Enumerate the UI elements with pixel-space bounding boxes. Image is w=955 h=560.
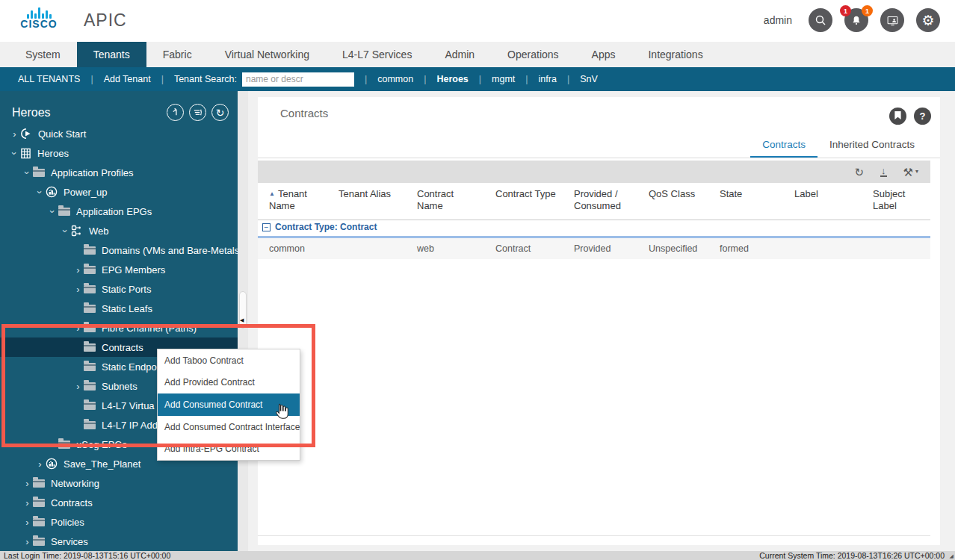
tree-item-static-leafs[interactable]: › Static Leafs [0, 299, 238, 318]
warning-alert-badge[interactable]: 1 [862, 5, 873, 16]
column-header-state[interactable]: State [710, 183, 785, 220]
tree-item-networking[interactable]: › Networking [0, 473, 238, 493]
pane-splitter[interactable]: ◀ [238, 91, 248, 551]
tree-item-power-up[interactable]: › Power_up [0, 182, 238, 202]
chevron-down-icon[interactable]: › [22, 167, 32, 178]
chevron-right-icon[interactable]: › [72, 284, 84, 294]
table-row[interactable]: common web Contract Provided Unspecified… [258, 238, 930, 259]
resize-grip-icon[interactable]: ◢ [950, 553, 954, 559]
tree-item-fibre-channel-paths[interactable]: › Fibre Channel (Paths) [0, 318, 238, 337]
folder-icon [84, 285, 96, 293]
tab-system[interactable]: System [9, 42, 77, 67]
collapse-group-icon[interactable]: − [262, 223, 271, 231]
tenant-link-infra[interactable]: infra [539, 74, 557, 84]
column-header-provided-consumed[interactable]: Provided / Consumed [564, 183, 639, 220]
tab-fabric[interactable]: Fabric [146, 42, 208, 67]
menu-item-add-provided-contract[interactable]: Add Provided Contract [158, 372, 300, 394]
tenant-search-input[interactable] [242, 72, 354, 87]
tab-operations[interactable]: Operations [491, 42, 575, 67]
chevron-right-icon[interactable]: › [72, 382, 84, 391]
tenant-link-common[interactable]: common [377, 74, 413, 84]
tenant-icon [20, 148, 31, 159]
help-button[interactable]: ? [914, 108, 931, 125]
bookmark-button[interactable] [889, 108, 906, 125]
tree-item-label: Web [89, 225, 109, 237]
tree-item-epg-members[interactable]: › EPG Members [0, 260, 238, 279]
epg-icon [71, 225, 83, 237]
column-header-subject-label[interactable]: Subject Label [863, 183, 930, 220]
chevron-right-icon[interactable]: › [47, 440, 58, 449]
chevron-right-icon[interactable]: › [9, 129, 20, 139]
chevron-down-icon[interactable]: › [10, 148, 19, 159]
all-tenants-link[interactable]: ALL TENANTS [18, 74, 80, 84]
chevron-right-icon[interactable]: › [22, 479, 33, 488]
tree-item-contracts-root[interactable]: › Contracts [0, 493, 238, 512]
column-header-tenant-alias[interactable]: Tenant Alias [329, 183, 407, 220]
add-tenant-link[interactable]: Add Tenant [104, 74, 151, 84]
refresh-icon[interactable]: ↻ [211, 104, 229, 121]
folder-icon [84, 343, 96, 352]
tree-item-static-ports[interactable]: › Static Ports [0, 279, 238, 299]
folder-icon [58, 208, 70, 216]
folder-icon [33, 169, 45, 177]
contracts-table-header: ▲Tenant Name Tenant Alias Contract Name … [258, 183, 930, 220]
tree-item-heroes[interactable]: › Heroes [0, 143, 238, 163]
chevron-right-icon[interactable]: › [34, 459, 46, 469]
column-header-tenant-name[interactable]: ▲Tenant Name [258, 183, 329, 220]
tree-item-services[interactable]: › Services [0, 532, 238, 551]
tab-tenants[interactable]: Tenants [77, 42, 146, 67]
menu-item-add-taboo-contract[interactable]: Add Taboo Contract [158, 349, 300, 372]
menu-item-add-consumed-contract-interface[interactable]: Add Consumed Contract Interface [158, 416, 300, 438]
collapse-pane-icon[interactable]: ◀ [240, 317, 244, 323]
tab-contracts[interactable]: Contracts [750, 134, 818, 158]
tenant-link-heroes[interactable]: Heroes [436, 74, 468, 84]
chevron-right-icon[interactable]: › [22, 517, 33, 527]
menu-item-add-intra-epg-contract[interactable]: Add Intra-EPG Contract [158, 438, 300, 460]
tab-inherited-contracts[interactable]: Inherited Contracts [818, 134, 927, 158]
column-header-label[interactable]: Label [785, 183, 863, 220]
filter-list-icon[interactable] [189, 104, 206, 121]
tab-virtual-networking[interactable]: Virtual Networking [208, 42, 326, 67]
chevron-right-icon[interactable]: › [72, 265, 84, 275]
tenant-link-mgmt[interactable]: mgmt [492, 74, 515, 84]
menu-item-add-consumed-contract[interactable]: Add Consumed Contract [158, 393, 300, 416]
chevron-right-icon[interactable]: › [22, 537, 33, 547]
column-header-contract-type[interactable]: Contract Type [486, 183, 564, 220]
tree-item-web[interactable]: › Web [0, 221, 238, 240]
chevron-down-icon[interactable]: › [35, 187, 45, 198]
column-header-contract-name[interactable]: Contract Name [407, 183, 486, 220]
tenant-link-snv[interactable]: SnV [580, 74, 598, 84]
column-header-qos-class[interactable]: QoS Class [639, 183, 710, 220]
chevron-down-icon[interactable]: › [48, 206, 58, 217]
user-name[interactable]: admin [764, 14, 792, 26]
tree-item-quick-start[interactable]: › Quick Start [0, 124, 238, 143]
refresh-icon[interactable]: ↻ [854, 167, 864, 178]
tab-apps[interactable]: Apps [575, 42, 632, 67]
cisco-logo[interactable]: CISCO [16, 7, 61, 37]
tab-integrations[interactable]: Integrations [631, 42, 719, 67]
folder-icon [33, 518, 45, 526]
settings-button[interactable]: ⚙ [916, 8, 940, 32]
chevron-down-icon[interactable]: › [61, 225, 70, 237]
object-tree: › Quick Start › Heroes › Application Pro… [0, 124, 238, 551]
tree-item-application-epgs[interactable]: › Application EPGs [0, 202, 238, 221]
tree-item-label: L4-L7 IP Add [102, 420, 158, 431]
chevron-right-icon[interactable]: › [22, 498, 33, 508]
cell-label [785, 238, 863, 259]
tree-item-policies[interactable]: › Policies [0, 512, 238, 532]
sessions-button[interactable] [880, 8, 904, 32]
tab-l4-l7-services[interactable]: L4-L7 Services [326, 42, 428, 67]
critical-alert-badge[interactable]: 1 [840, 5, 851, 16]
chevron-right-icon[interactable]: › [72, 323, 84, 333]
actions-menu-icon[interactable]: ⚒▾ [903, 167, 918, 178]
search-button[interactable] [809, 8, 832, 32]
tab-admin[interactable]: Admin [428, 42, 491, 67]
tree-item-domains[interactable]: › Domains (VMs and Bare-Metals) [0, 240, 238, 260]
folder-icon [84, 402, 96, 410]
sort-asc-icon: ▲ [269, 190, 275, 197]
group-label: Contract Type: Contract [275, 222, 377, 232]
jump-to-top-icon[interactable] [167, 104, 184, 121]
alerts-button[interactable]: 1 1 [844, 8, 868, 32]
download-icon[interactable]: ↓ [880, 167, 887, 177]
tree-item-application-profiles[interactable]: › Application Profiles [0, 163, 238, 182]
